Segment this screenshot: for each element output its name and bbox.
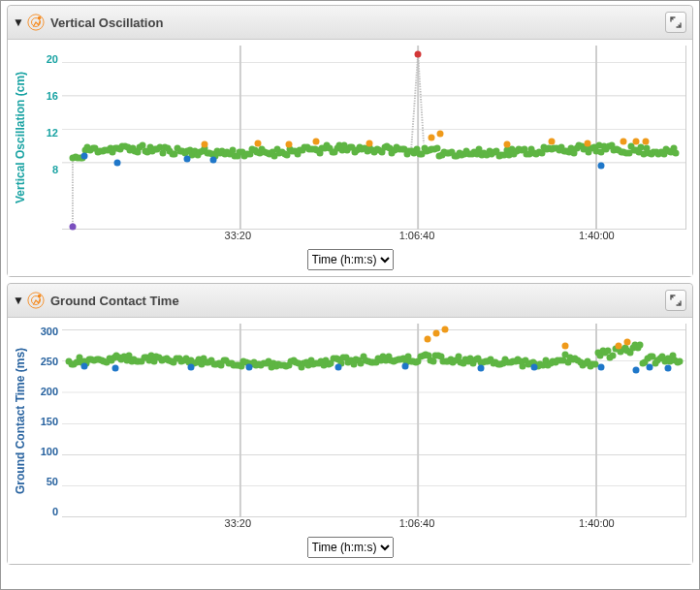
data-point [210, 157, 217, 164]
ytick: 100 [31, 446, 58, 457]
panel-title-gct: Ground Contact Time [50, 294, 665, 308]
plot-area-vo[interactable] [62, 46, 686, 230]
expand-icon [670, 295, 682, 306]
expand-button-vo[interactable] [665, 12, 686, 33]
data-point [549, 139, 556, 145]
xtick: 33:20 [225, 517, 252, 529]
xaxis-row-vo: 33:20 1:06:40 1:40:00 [14, 230, 686, 247]
data-point [637, 342, 644, 349]
data-point [188, 364, 195, 371]
data-point [255, 140, 262, 147]
yticks-vo: 20 16 12 8 [31, 46, 62, 230]
data-point [433, 145, 440, 152]
data-point [112, 365, 119, 372]
panel-body-gct: Ground Contact Time (ms) 300 250 200 150… [8, 318, 692, 564]
ylabel-vo: Vertical Oscillation (cm) [14, 46, 31, 230]
data-point [201, 140, 207, 147]
ytick: 12 [31, 127, 58, 139]
ylabel-gct: Ground Contact Time (ms) [14, 324, 31, 517]
data-point [664, 365, 671, 372]
xlabel-control-vo: Time (h:m:s) [14, 247, 686, 276]
panel-header-vo: ▼ Vertical Oscillation [8, 6, 692, 40]
data-point [647, 364, 653, 371]
data-point [245, 364, 252, 371]
data-point [530, 364, 537, 371]
time-unit-select-vo[interactable]: Time (h:m:s) [307, 249, 394, 270]
data-point [597, 162, 604, 169]
data-point [584, 140, 590, 147]
ytick: 200 [31, 386, 58, 397]
xaxis-row-gct: 33:20 1:06:40 1:40:00 [14, 517, 686, 535]
data-point [642, 139, 649, 145]
panel-vertical-oscillation: ▼ Vertical Oscillation Vertical Oscillat… [7, 5, 693, 277]
xtick: 33:20 [225, 230, 252, 241]
xaxis-vo: 33:20 1:06:40 1:40:00 [58, 230, 686, 247]
data-point [432, 329, 439, 336]
data-point [312, 139, 319, 145]
data-point [561, 342, 568, 349]
panel-header-gct: ▼ Ground Contact Time [8, 284, 692, 318]
data-point [633, 367, 640, 374]
ytick: 16 [31, 90, 58, 102]
data-point [113, 159, 120, 166]
data-point [441, 326, 448, 333]
data-point [286, 140, 293, 147]
data-point [633, 139, 640, 145]
data-point [334, 364, 341, 371]
ytick: 20 [31, 53, 58, 65]
svg-point-13 [38, 295, 42, 298]
data-point [620, 139, 626, 145]
data-point [183, 156, 190, 163]
data-point [429, 135, 435, 141]
running-dynamics-icon [27, 292, 45, 309]
xtick: 1:06:40 [399, 230, 435, 241]
xaxis-gct: 33:20 1:06:40 1:40:00 [58, 517, 686, 535]
ytick: 300 [31, 326, 58, 337]
ytick: 150 [31, 416, 58, 427]
data-point [477, 365, 484, 372]
collapse-toggle-gct[interactable]: ▼ [12, 294, 25, 307]
chart-vo: Vertical Oscillation (cm) 20 16 12 8 [14, 46, 686, 230]
data-point [610, 352, 617, 358]
data-point [80, 153, 87, 160]
yticks-gct: 300 250 200 150 100 50 0 [31, 324, 62, 517]
data-point [673, 150, 680, 157]
xtick: 1:40:00 [579, 517, 615, 529]
grid-vo [62, 46, 685, 230]
xlabel-control-gct: Time (h:m:s) [14, 535, 686, 564]
xtick: 1:40:00 [579, 230, 615, 241]
collapse-toggle-vo[interactable]: ▼ [12, 16, 25, 29]
data-point [80, 362, 87, 369]
page: ▼ Vertical Oscillation Vertical Oscillat… [0, 0, 700, 590]
chart-gct: Ground Contact Time (ms) 300 250 200 150… [14, 324, 686, 517]
data-point [677, 357, 684, 364]
ytick: 8 [31, 164, 58, 175]
data-point [366, 140, 372, 147]
panel-ground-contact-time: ▼ Ground Contact Time Ground Contact Tim… [7, 283, 693, 565]
ytick: 250 [31, 356, 58, 367]
plot-area-gct[interactable] [62, 324, 686, 517]
xtick: 1:06:40 [399, 517, 435, 529]
data-point [597, 364, 604, 371]
running-dynamics-icon [27, 14, 45, 31]
data-point [415, 50, 422, 57]
time-unit-select-gct[interactable]: Time (h:m:s) [307, 537, 394, 558]
expand-icon [670, 16, 682, 28]
data-point [437, 130, 444, 137]
data-point [504, 140, 511, 147]
svg-point-2 [38, 16, 42, 20]
ytick: 0 [31, 506, 58, 517]
expand-button-gct[interactable] [665, 290, 686, 311]
data-point [401, 362, 408, 369]
data-point [430, 358, 436, 365]
data-point [624, 339, 631, 346]
panel-body-vo: Vertical Oscillation (cm) 20 16 12 8 [8, 40, 692, 276]
panel-title-vo: Vertical Oscillation [50, 16, 665, 30]
data-point [424, 336, 430, 343]
ytick: 50 [31, 476, 58, 487]
data-point [616, 342, 622, 349]
